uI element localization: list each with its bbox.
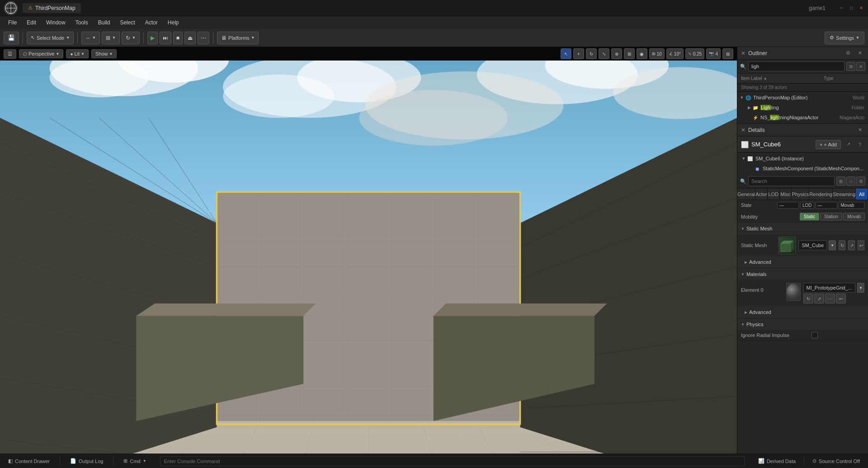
tab-rendering[interactable]: Rendering	[809, 188, 833, 200]
perspective-button[interactable]: ⬡ Perspective ▼	[19, 49, 63, 58]
mesh-browse-button[interactable]: ↻	[839, 240, 845, 250]
details-search-area: 🔍 ⊞ ☆ ⚙	[737, 174, 868, 188]
show-button[interactable]: Show ▼	[91, 49, 117, 58]
outliner-close-panel-icon[interactable]: ✕	[855, 49, 864, 58]
details-close-icon[interactable]: ✕	[741, 127, 745, 133]
outliner-close-button[interactable]: ✕	[856, 62, 865, 71]
transform-mode-button[interactable]: ↔ ▼	[81, 32, 100, 44]
menu-window[interactable]: Window	[42, 18, 70, 28]
tab-all[interactable]: All	[856, 188, 868, 200]
toggle-panel-button[interactable]: ☰	[4, 49, 16, 59]
physics-section-header[interactable]: ▼ Physics	[737, 318, 868, 330]
settings-button[interactable]: ⚙ Settings ▼	[825, 32, 864, 44]
tab-actor[interactable]: Actor	[755, 188, 768, 200]
eject-button[interactable]: ⏏	[184, 32, 196, 44]
scale-snap-button[interactable]: ⤡ 0.25	[685, 48, 704, 59]
select-tool-button[interactable]: ↖	[561, 48, 571, 59]
play-button[interactable]: ▶	[147, 32, 158, 44]
content-drawer-button[interactable]: ◧ Content Drawer	[5, 457, 52, 465]
tab-lod[interactable]: LOD	[768, 188, 780, 200]
material-find-button[interactable]: ↗	[814, 294, 824, 304]
source-control-button[interactable]: ⊙ Source Control Off	[810, 457, 863, 465]
grid-snap-button[interactable]: ⊞ ▼	[102, 32, 120, 44]
save-button[interactable]: 💾	[4, 32, 19, 44]
outliner-settings-button[interactable]: ⚙	[846, 62, 855, 71]
ignore-radial-checkbox[interactable]	[811, 332, 818, 338]
details-settings-icon[interactable]: ⚙	[856, 177, 865, 186]
mobility-static-button[interactable]: Static	[800, 213, 819, 220]
platforms-button[interactable]: 🖥 Platforms ▼	[217, 32, 259, 44]
tab-physics[interactable]: Physics	[792, 188, 809, 200]
details-search-input[interactable]	[748, 176, 835, 186]
details-browse-icon[interactable]: ↗	[844, 140, 853, 149]
maximize-viewport-button[interactable]: ⊞	[722, 48, 733, 59]
scale-tool-button[interactable]: ⤡	[599, 48, 609, 59]
outliner-search-input[interactable]	[748, 61, 844, 71]
outliner-item-lighting[interactable]: ▶ 📁 Lighting Folder	[737, 103, 868, 112]
mesh-dropdown-button[interactable]: ▼	[829, 240, 836, 250]
menu-actor[interactable]: Actor	[141, 18, 162, 28]
details-grid-view-icon[interactable]: ⊞	[836, 177, 845, 186]
menu-build[interactable]: Build	[94, 18, 115, 28]
stop-button[interactable]: ■	[173, 32, 183, 44]
menu-edit[interactable]: Edit	[22, 18, 41, 28]
grid-size-button[interactable]: ⊞ 10	[649, 48, 665, 59]
derived-data-button[interactable]: 📊 Derived Data	[755, 457, 798, 465]
cmd-button[interactable]: ⊞ Cmd ▼	[121, 457, 149, 465]
details-panel-close-icon[interactable]: ✕	[855, 126, 864, 135]
mobility-stationary-button[interactable]: Station	[820, 213, 842, 220]
details-mesh-component-item[interactable]: ▶ ◼ StaticMeshComponent (StaticMeshCompo…	[737, 164, 868, 173]
console-input-area	[160, 456, 745, 466]
select-mode-button[interactable]: ↖ Select Mode ▼	[27, 32, 74, 44]
menu-tools[interactable]: Tools	[71, 18, 93, 28]
outliner-item-world[interactable]: ▼ 🌐 ThirdPersonMap (Editor) World	[737, 93, 868, 103]
details-help-icon[interactable]: ?	[855, 140, 864, 149]
move-tool-button[interactable]: +	[573, 48, 584, 59]
advanced-static-mesh-header[interactable]: ▶ Advanced	[737, 256, 868, 268]
output-log-button[interactable]: 📄 Output Log	[67, 457, 106, 465]
add-component-button[interactable]: + + Add	[816, 140, 841, 149]
static-mesh-section-header[interactable]: ▼ Static Mesh	[737, 223, 868, 234]
minimize-button[interactable]: ─	[838, 5, 844, 11]
material-browse-button[interactable]: ↻	[803, 294, 813, 304]
mesh-find-button[interactable]: ↗	[848, 240, 855, 250]
source-control-icon: ⊙	[812, 458, 816, 464]
outliner-item-niagara[interactable]: ▶ ⚡ NS_lightningNiagaraActor NiagaraActo	[737, 112, 868, 122]
camera-speed-button[interactable]: 📷 4	[706, 48, 721, 59]
details-instance-item[interactable]: ▼ ⬜ SM_Cube6 (Instance)	[737, 154, 868, 164]
app-logo	[4, 1, 18, 15]
menu-file[interactable]: File	[4, 18, 21, 28]
angle-snap-button[interactable]: ∠ 10°	[666, 48, 684, 59]
details-star-icon[interactable]: ☆	[846, 177, 855, 186]
console-input[interactable]	[160, 456, 745, 466]
outliner-close-icon[interactable]: ✕	[741, 50, 745, 56]
material-more-button[interactable]: ⋯	[825, 294, 835, 304]
viewport[interactable]: + ☰ ⬡ Perspective ▼ ● Lit ▼ Show ▼	[0, 47, 737, 454]
world-label: ThirdPersonMap (Editor)	[753, 95, 853, 100]
skip-forward-button[interactable]: ⏭	[160, 32, 171, 44]
material-reset-button[interactable]: ↩	[836, 294, 846, 304]
file-tab[interactable]: ⚠ ThirdPersonMap	[23, 3, 81, 13]
rotate-tool-button[interactable]: ↻	[586, 48, 597, 59]
gizmo-button[interactable]: ◉	[637, 48, 647, 59]
advanced-materials-header[interactable]: ▶ Advanced	[737, 306, 868, 318]
close-button[interactable]: ✕	[858, 5, 864, 11]
materials-section-header[interactable]: ▼ Materials	[737, 268, 868, 280]
play-options-button[interactable]: ⋯	[198, 32, 209, 44]
mobility-movable-button[interactable]: Movab	[843, 213, 865, 220]
details-title: Details	[748, 127, 853, 133]
material-value: MI_PrototypeGrid_...	[803, 283, 856, 293]
mesh-reset-button[interactable]: ↩	[858, 240, 864, 250]
tab-misc[interactable]: Misc	[780, 188, 792, 200]
tab-streaming[interactable]: Streaming	[833, 188, 856, 200]
menu-help[interactable]: Help	[163, 18, 184, 28]
rotate-snap-button[interactable]: ↻ ▼	[122, 32, 140, 44]
restore-button[interactable]: □	[848, 5, 854, 11]
outliner-settings-icon[interactable]: ⚙	[844, 49, 853, 58]
transform-tool-button[interactable]: ⊕	[611, 48, 622, 59]
lit-button[interactable]: ● Lit ▼	[66, 49, 89, 58]
material-dropdown-button[interactable]: ▼	[857, 283, 864, 293]
menu-select[interactable]: Select	[115, 18, 139, 28]
tab-general[interactable]: General	[737, 188, 755, 200]
surface-snapping-button[interactable]: ⊞	[624, 48, 635, 59]
